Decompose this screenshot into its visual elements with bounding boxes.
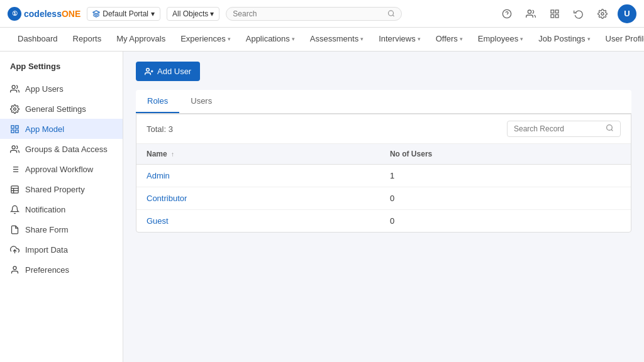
sidebar-item-app-users[interactable]: App Users (0, 79, 123, 99)
svg-point-0 (389, 11, 394, 16)
portal-icon (92, 10, 100, 18)
sidebar-item-label: Preferences (25, 265, 69, 275)
sidebar-item-label: Share Form (25, 225, 69, 234)
sidebar-item-import-data[interactable]: Import Data (0, 239, 123, 260)
svg-point-9 (12, 85, 15, 88)
role-users-cell: 0 (380, 210, 631, 233)
svg-point-31 (607, 125, 613, 131)
sidebar: App Settings App Users General Settings … (0, 52, 123, 362)
nav-assessments[interactable]: Assessments▾ (303, 28, 371, 52)
sidebar-item-app-model[interactable]: App Model (0, 119, 123, 139)
tabs-bar: Roles Users (136, 90, 631, 114)
table-container: Total: 3 Name ↑ No o (136, 114, 631, 233)
svg-rect-13 (11, 129, 14, 132)
sidebar-item-notification[interactable]: Notification (0, 199, 123, 219)
sidebar-item-general-settings[interactable]: General Settings (0, 99, 123, 119)
search-record-bar[interactable] (507, 121, 621, 137)
chevron-down-icon: ▾ (292, 36, 295, 42)
chevron-down-icon: ▾ (520, 36, 523, 42)
nav-offers[interactable]: Offers▾ (428, 28, 470, 52)
all-objects-chevron: ▾ (210, 9, 214, 18)
settings-icon[interactable] (594, 5, 611, 23)
sidebar-item-groups-data-access[interactable]: Groups & Data Access (0, 139, 123, 159)
sort-icon[interactable]: ↑ (171, 151, 174, 158)
search-input[interactable] (233, 9, 384, 18)
role-name-link[interactable]: Contributor (147, 194, 187, 203)
svg-rect-6 (551, 14, 554, 18)
table-header-row: Name ↑ No of Users (136, 144, 631, 165)
col-no-of-users: No of Users (380, 144, 631, 165)
apps-icon[interactable] (546, 5, 564, 23)
logo: ① codelessONE (8, 7, 80, 21)
role-users-cell: 0 (380, 187, 631, 210)
tab-roles[interactable]: Roles (136, 90, 179, 113)
list-icon (10, 164, 20, 174)
chevron-down-icon: ▾ (587, 36, 591, 42)
bell-icon (10, 204, 20, 214)
sidebar-item-label: Groups & Data Access (25, 145, 108, 154)
history-icon[interactable] (570, 5, 587, 23)
search-record-input[interactable] (514, 124, 602, 133)
add-user-button[interactable]: Add User (136, 62, 200, 81)
table-head: Name ↑ No of Users (136, 144, 631, 165)
portal-label: Default Portal (103, 9, 148, 18)
help-icon[interactable] (498, 5, 516, 23)
svg-rect-4 (551, 10, 554, 13)
svg-point-8 (601, 13, 604, 15)
top-bar: ① codelessONE Default Portal ▾ All Objec… (0, 0, 644, 28)
global-search[interactable] (226, 7, 402, 21)
nav-interviews[interactable]: Interviews▾ (371, 28, 428, 52)
cloud-upload-icon (10, 244, 20, 255)
person-icon (10, 265, 20, 275)
sidebar-item-label: App Model (25, 124, 64, 134)
table-body: Admin 1 Contributor 0 Guest 0 (136, 165, 631, 233)
svg-rect-11 (11, 125, 14, 128)
sidebar-item-label: Notification (25, 205, 65, 214)
total-label: Total: 3 (147, 124, 173, 134)
nav-reports[interactable]: Reports (65, 28, 109, 52)
table-row: Guest 0 (136, 210, 631, 233)
sidebar-item-preferences[interactable]: Preferences (0, 260, 123, 280)
users-icon (10, 84, 20, 94)
tab-users[interactable]: Users (179, 90, 223, 113)
svg-point-10 (14, 107, 16, 110)
svg-rect-22 (11, 185, 18, 192)
sidebar-item-label: Shared Property (25, 185, 85, 194)
sidebar-item-label: Import Data (25, 245, 68, 255)
search-icon (606, 124, 614, 134)
svg-point-3 (528, 10, 531, 13)
sidebar-item-label: App Users (25, 84, 64, 94)
svg-point-15 (12, 145, 15, 148)
user-avatar[interactable]: U (618, 4, 636, 23)
svg-rect-12 (16, 125, 18, 128)
chevron-down-icon: ▾ (460, 36, 463, 42)
nav-employees[interactable]: Employees▾ (470, 28, 531, 52)
role-name-cell: Admin (136, 165, 380, 187)
portal-button[interactable]: Default Portal ▾ (87, 7, 160, 21)
table-row: Admin 1 (136, 165, 631, 187)
nav-dashboard[interactable]: Dashboard (10, 28, 65, 52)
role-users-cell: 1 (380, 165, 631, 187)
users-icon[interactable] (522, 5, 540, 23)
logo-icon: ① (8, 7, 21, 21)
main-content: Add User Roles Users Total: 3 (123, 52, 644, 362)
role-name-link[interactable]: Admin (147, 171, 170, 180)
nav-my-approvals[interactable]: My Approvals (109, 28, 173, 52)
table-header-row: Total: 3 (136, 114, 631, 144)
all-objects-label: All Objects (172, 9, 208, 18)
portal-chevron: ▾ (151, 9, 155, 18)
sidebar-item-shared-property[interactable]: Shared Property (0, 179, 123, 199)
roles-table: Name ↑ No of Users Admin 1 Contribu (136, 144, 631, 232)
all-objects-dropdown[interactable]: All Objects ▾ (167, 7, 219, 21)
svg-point-27 (13, 266, 16, 269)
chevron-down-icon: ▾ (228, 36, 231, 42)
sidebar-item-approval-workflow[interactable]: Approval Workflow (0, 159, 123, 179)
nav-experiences[interactable]: Experiences▾ (173, 28, 238, 52)
sidebar-item-share-form[interactable]: Share Form (0, 219, 123, 239)
nav-job-postings[interactable]: Job Postings▾ (531, 28, 597, 52)
nav-user-profile[interactable]: User Profile▾ (598, 28, 644, 52)
role-name-link[interactable]: Guest (147, 216, 169, 226)
sidebar-item-label: Approval Workflow (25, 165, 93, 174)
nav-applications[interactable]: Applications▾ (238, 28, 303, 52)
col-name: Name ↑ (136, 144, 380, 165)
